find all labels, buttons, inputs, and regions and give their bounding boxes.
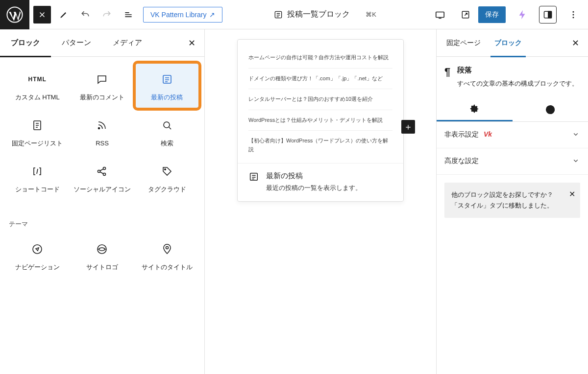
html-icon: HTML	[28, 72, 47, 86]
preview-row: ドメインの種類や選び方！「.com」「.jp」「.net」など	[248, 69, 392, 90]
tab-block-settings[interactable]: ブロック	[488, 29, 529, 57]
tab-blocks[interactable]: ブロック	[0, 29, 51, 57]
close-inserter-icon[interactable]: ✕	[179, 38, 204, 48]
block-page-list[interactable]: 固定ページリスト	[5, 109, 70, 155]
block-type-title: 段落	[457, 66, 578, 75]
tab-patterns[interactable]: パターン	[51, 29, 102, 57]
preview-block-title: 最新の投稿	[266, 171, 362, 181]
document-title[interactable]: 投稿一覧ブロック ⌘K	[222, 9, 427, 20]
save-button[interactable]: 保存	[478, 6, 506, 23]
site-logo-icon	[96, 242, 108, 256]
block-search[interactable]: 検索	[135, 109, 199, 155]
block-custom-html[interactable]: HTML カスタム HTML	[5, 63, 70, 109]
preview-row: 【初心者向け】WordPress（ワードプレス）の使い方を解説	[248, 131, 392, 160]
jetpack-icon[interactable]	[514, 6, 531, 23]
styles-moved-notice: 他のブロック設定をお探しですか？ 「スタイル」タブに移動しました。 ✕	[444, 183, 580, 218]
block-rss[interactable]: RSS	[70, 109, 134, 155]
styles-tab[interactable]	[513, 98, 588, 121]
page-list-icon	[31, 118, 43, 132]
svg-point-12	[164, 122, 170, 128]
block-latest-comments[interactable]: 最新のコメント	[70, 63, 134, 109]
advanced-settings-row[interactable]: 高度な設定	[437, 148, 588, 175]
preview-row: WordPressとは？仕組みやメリット・デメリットを解説	[248, 110, 392, 131]
block-site-logo[interactable]: サイトロゴ	[70, 233, 134, 279]
block-preview-card: ホームページの自作は可能？自作方法や運用コストを解説 ドメインの種類や選び方！「…	[237, 39, 404, 202]
posts-list-icon	[161, 72, 173, 86]
block-tag-cloud[interactable]: タグクラウド	[135, 155, 199, 201]
vk-badge-icon: Vk	[484, 130, 492, 138]
svg-point-8	[573, 17, 574, 18]
close-icon[interactable]: ✕	[569, 187, 575, 201]
block-site-title[interactable]: サイトのタイトル	[135, 233, 199, 279]
share-icon	[96, 164, 108, 178]
chevron-down-icon	[571, 156, 580, 166]
svg-point-7	[573, 14, 574, 15]
block-navigation[interactable]: ナビゲーション	[5, 233, 70, 279]
posts-list-icon	[248, 171, 259, 192]
tab-page-settings[interactable]: 固定ページ	[440, 29, 488, 57]
svg-point-16	[165, 169, 166, 170]
tag-icon	[161, 164, 173, 178]
svg-point-17	[33, 245, 42, 254]
vk-link-label: VK Pattern Library	[150, 11, 206, 19]
svg-point-6	[573, 11, 574, 12]
options-menu-button[interactable]	[564, 6, 582, 23]
preview-block-desc: 最近の投稿の一覧を表示します。	[266, 184, 362, 192]
preview-row: ホームページの自作は可能？自作方法や運用コストを解説	[248, 47, 392, 69]
section-theme-label: テーマ	[0, 207, 204, 233]
vk-pattern-library-link[interactable]: VK Pattern Library↗	[143, 7, 222, 23]
settings-tab[interactable]	[437, 98, 513, 121]
block-latest-posts[interactable]: 最新の投稿	[135, 63, 199, 109]
command-shortcut: ⌘K	[366, 11, 376, 18]
close-sidebar-icon[interactable]: ✕	[566, 38, 585, 48]
preview-row: レンタルサーバーとは？国内のおすすめ10選を紹介	[248, 89, 392, 110]
view-button[interactable]	[431, 6, 449, 23]
external-icon: ↗	[209, 11, 215, 19]
map-pin-icon	[161, 242, 173, 256]
notice-text: 他のブロック設定をお探しですか？ 「スタイル」タブに移動しました。	[451, 191, 553, 209]
edit-tool-button[interactable]	[55, 6, 73, 23]
wordpress-logo[interactable]	[0, 0, 29, 29]
chevron-down-icon	[571, 130, 580, 140]
settings-sidebar-toggle[interactable]	[539, 6, 557, 23]
block-type-desc: すべての文章の基本の構成ブロックです。	[457, 79, 578, 89]
svg-point-11	[98, 128, 100, 129]
external-preview-button[interactable]	[457, 6, 474, 23]
block-social-icons[interactable]: ソーシャルアイコン	[70, 155, 134, 201]
svg-point-19	[166, 246, 168, 249]
hide-settings-row[interactable]: 非表示設定 Vk	[437, 122, 588, 148]
tab-media[interactable]: メディア	[102, 29, 153, 57]
undo-button[interactable]	[76, 6, 94, 23]
add-block-button[interactable]: ＋	[401, 120, 415, 134]
redo-button[interactable]	[98, 6, 116, 23]
advanced-label: 高度な設定	[444, 157, 479, 165]
shortcode-icon	[31, 164, 43, 178]
svg-rect-5	[548, 11, 552, 18]
hide-settings-label: 非表示設定	[444, 130, 479, 138]
title-text: 投稿一覧ブロック	[287, 9, 350, 20]
compass-icon	[31, 242, 43, 256]
search-icon	[161, 118, 173, 132]
comment-icon	[96, 72, 108, 86]
document-overview-button[interactable]	[120, 6, 137, 23]
paragraph-icon: ¶	[444, 66, 450, 89]
close-inserter-button[interactable]	[33, 6, 51, 23]
rss-icon	[96, 118, 108, 132]
block-shortcode[interactable]: ショートコード	[5, 155, 70, 201]
svg-rect-2	[436, 12, 444, 17]
